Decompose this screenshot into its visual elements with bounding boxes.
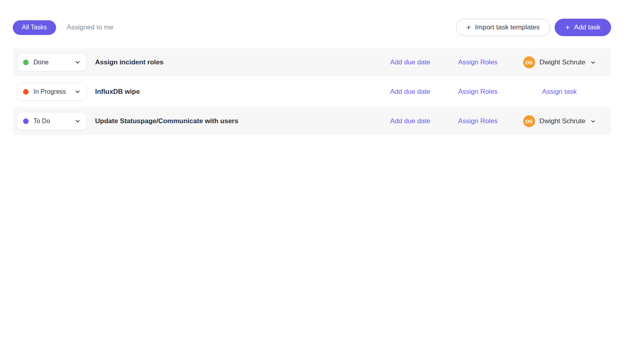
assign-roles-link[interactable]: Assign Roles: [458, 58, 497, 66]
chevron-down-icon: [75, 118, 80, 124]
assign-roles-link[interactable]: Assign Roles: [458, 117, 497, 125]
status-dropdown[interactable]: To Do: [17, 112, 87, 130]
topbar-actions: + Import task templates + Add task: [456, 19, 611, 36]
plus-icon: +: [565, 23, 570, 31]
assign-roles-link[interactable]: Assign Roles: [458, 88, 497, 95]
status-dot: [23, 89, 29, 95]
tasks-page: All Tasks Assigned to me + Import task t…: [13, 0, 611, 135]
tab-assigned-to-me[interactable]: Assigned to me: [67, 20, 113, 35]
avatar: DS: [523, 56, 535, 68]
assign-task-link[interactable]: Assign task: [542, 88, 577, 96]
status-label: Done: [33, 59, 49, 66]
add-due-date-link[interactable]: Add due date: [390, 58, 430, 66]
assignee-cell: DS Dwight Schrute: [516, 56, 603, 68]
status-label: To Do: [33, 118, 50, 125]
status-dropdown[interactable]: In Progress: [17, 83, 87, 101]
topbar: All Tasks Assigned to me + Import task t…: [13, 19, 611, 36]
assignee-name[interactable]: Dwight Schrute: [540, 117, 585, 125]
task-row: Done Assign incident roles Add due date …: [13, 48, 611, 76]
chevron-down-icon[interactable]: [590, 60, 596, 65]
chevron-down-icon: [75, 60, 80, 65]
tab-all-tasks[interactable]: All Tasks: [13, 20, 56, 35]
assignee-cell: DS Dwight Schrute: [516, 115, 603, 127]
chevron-down-icon[interactable]: [590, 119, 596, 124]
task-row: In Progress InfluxDB wipe Add due date A…: [13, 78, 611, 106]
add-task-button[interactable]: + Add task: [555, 19, 611, 36]
import-task-templates-button[interactable]: + Import task templates: [456, 19, 550, 36]
task-row: To Do Update Statuspage/Communicate with…: [13, 107, 611, 135]
chevron-down-icon: [75, 89, 80, 95]
assignee-name[interactable]: Dwight Schrute: [540, 58, 585, 66]
add-due-date-link[interactable]: Add due date: [390, 117, 430, 125]
status-dot: [23, 118, 29, 124]
plus-icon: +: [466, 23, 471, 31]
task-title: Update Statuspage/Communicate with users: [95, 117, 380, 125]
add-due-date-link[interactable]: Add due date: [390, 88, 430, 95]
status-dot: [23, 60, 29, 65]
add-task-label: Add task: [574, 23, 600, 31]
status-dropdown[interactable]: Done: [17, 53, 87, 72]
import-task-templates-label: Import task templates: [475, 23, 540, 31]
task-filter-tabs: All Tasks Assigned to me: [13, 20, 113, 35]
assignee-cell: Assign task: [516, 88, 603, 96]
avatar: DS: [523, 115, 535, 127]
task-title: Assign incident roles: [95, 58, 380, 66]
task-title: InfluxDB wipe: [95, 88, 380, 96]
status-label: In Progress: [33, 88, 66, 95]
task-list: Done Assign incident roles Add due date …: [13, 48, 611, 135]
